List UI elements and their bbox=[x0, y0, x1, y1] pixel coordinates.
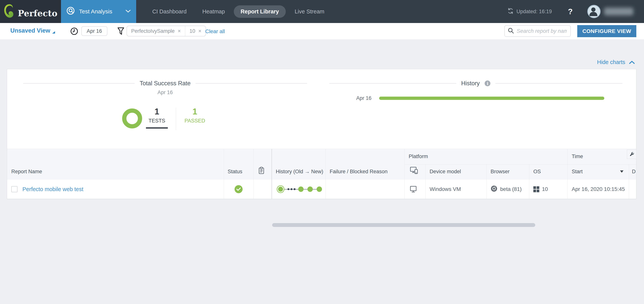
success-rate-date: Apr 16 bbox=[23, 89, 307, 95]
metric-divider bbox=[176, 107, 176, 130]
date-filter-chip[interactable]: Apr 16 bbox=[81, 26, 108, 36]
browser-version: beta (81) bbox=[500, 186, 522, 192]
history-dot-passed[interactable] bbox=[317, 187, 322, 192]
history-bar-label: Apr 16 bbox=[329, 95, 379, 101]
os-version: 10 bbox=[542, 186, 548, 192]
filter-chip-label: 10 bbox=[190, 28, 195, 34]
table-row[interactable]: Perfecto mobile web test bbox=[7, 180, 636, 199]
passed-metric[interactable]: 1 PASSED bbox=[182, 107, 207, 124]
remove-filter-icon[interactable]: × bbox=[178, 28, 181, 34]
clock-icon bbox=[70, 27, 78, 36]
history-dot-current[interactable] bbox=[278, 187, 283, 192]
filter-chip-group: PerfectoIvySample × 10 × bbox=[126, 26, 206, 36]
history-header: History i bbox=[329, 80, 622, 87]
tests-metric[interactable]: 1 TESTS bbox=[144, 107, 169, 129]
clear-all-link[interactable]: Clear all bbox=[205, 28, 225, 34]
view-caret-icon bbox=[52, 31, 55, 33]
tests-active-underline bbox=[146, 127, 168, 129]
windows-icon bbox=[533, 186, 539, 192]
device-model-cell: Windows VM bbox=[430, 180, 461, 199]
desktop-icon bbox=[410, 180, 417, 199]
col-report-name[interactable]: Report Name bbox=[11, 169, 42, 175]
col-os[interactable]: OS bbox=[533, 169, 541, 175]
search-icon bbox=[508, 27, 514, 34]
info-icon[interactable]: i bbox=[485, 80, 490, 86]
menu-label: Test Analysis bbox=[79, 8, 112, 15]
view-name: Unsaved View bbox=[10, 27, 50, 34]
row-checkbox[interactable] bbox=[11, 186, 18, 192]
search-input[interactable] bbox=[516, 28, 567, 34]
success-rate-header: Total Success Rate bbox=[23, 80, 307, 87]
nav-tabs: CI Dashboard Heatmap Report Library Live… bbox=[145, 0, 331, 23]
col-start[interactable]: Start bbox=[572, 169, 583, 175]
col-device-model[interactable]: Device model bbox=[430, 169, 461, 175]
view-toolbar: Unsaved View Apr 16 PerfectoIvySample × … bbox=[0, 23, 644, 40]
remove-filter-icon[interactable]: × bbox=[198, 28, 201, 34]
brand-name: Perfecto bbox=[18, 8, 57, 18]
tests-value: 1 bbox=[144, 107, 169, 116]
col-status[interactable]: Status bbox=[228, 169, 242, 175]
device-type-icon[interactable] bbox=[410, 166, 419, 176]
success-donut-chart bbox=[122, 108, 142, 128]
report-library-screen: Perfecto Test Analysis CI Dashboard Heat… bbox=[0, 0, 644, 304]
start-time-cell: Apr 16, 2020 10:15:45 bbox=[572, 180, 625, 199]
perfecto-logo[interactable]: Perfecto bbox=[0, 0, 61, 23]
passed-label: PASSED bbox=[182, 118, 207, 124]
top-navbar: Perfecto Test Analysis CI Dashboard Heat… bbox=[0, 0, 644, 23]
clipboard-icon[interactable] bbox=[258, 167, 264, 176]
tab-heatmap[interactable]: Heatmap bbox=[196, 5, 232, 18]
perfecto-logo-icon bbox=[4, 4, 16, 19]
filter-chip[interactable]: PerfectoIvySample × bbox=[127, 26, 185, 36]
test-analysis-menu[interactable]: Test Analysis bbox=[61, 0, 136, 23]
search-box bbox=[504, 25, 571, 37]
browser-cell: beta (81) bbox=[490, 180, 522, 199]
history-dot-passed[interactable] bbox=[308, 187, 313, 192]
view-selector[interactable]: Unsaved View bbox=[10, 27, 55, 34]
tests-label: TESTS bbox=[144, 118, 169, 124]
report-name-link[interactable]: Perfecto mobile web test bbox=[22, 180, 84, 199]
history-bar[interactable] bbox=[379, 97, 604, 100]
col-browser[interactable]: Browser bbox=[490, 169, 510, 175]
refresh-icon bbox=[507, 8, 514, 15]
filter-chip[interactable]: 10 × bbox=[185, 26, 206, 36]
sort-desc-icon[interactable] bbox=[620, 170, 624, 173]
col-history[interactable]: History (Old → New) bbox=[276, 169, 323, 175]
updated-text: Updated: 16:19 bbox=[516, 9, 552, 14]
passed-value: 1 bbox=[182, 107, 207, 116]
chevron-down-icon bbox=[126, 9, 131, 13]
col-failure-reason[interactable]: Failure / Blocked Reason bbox=[330, 169, 388, 175]
username-blurred[interactable] bbox=[604, 8, 633, 15]
configure-view-button[interactable]: CONFIGURE VIEW bbox=[577, 25, 636, 37]
group-header-time: Time bbox=[572, 154, 583, 159]
history-dot-ellipsis bbox=[290, 188, 292, 190]
chevron-up-icon bbox=[629, 59, 635, 65]
history-dot-ellipsis bbox=[288, 188, 290, 190]
updated-status[interactable]: Updated: 16:19 bbox=[507, 8, 552, 15]
date-filter-label: Apr 16 bbox=[87, 28, 102, 34]
status-passed-icon[interactable] bbox=[234, 185, 242, 193]
avatar[interactable] bbox=[587, 5, 601, 18]
report-card: Total Success Rate Apr 16 1 TESTS 1 PASS… bbox=[7, 69, 636, 199]
horizontal-scrollbar[interactable] bbox=[272, 223, 535, 227]
group-header-platform: Platform bbox=[409, 154, 428, 159]
col-duration-truncated[interactable]: D bbox=[632, 169, 636, 175]
table-header: Platform Time Report Name Status History… bbox=[7, 149, 636, 180]
report-table: Platform Time Report Name Status History… bbox=[7, 149, 636, 199]
chrome-beta-icon bbox=[490, 185, 498, 193]
filter-icon bbox=[117, 27, 124, 36]
hide-charts-toggle[interactable]: Hide charts bbox=[597, 59, 635, 65]
history-title: History bbox=[461, 80, 480, 87]
help-button[interactable]: ? bbox=[568, 7, 573, 16]
navbar-right: Updated: 16:19 ? bbox=[507, 0, 644, 23]
charts-panel: Total Success Rate Apr 16 1 TESTS 1 PASS… bbox=[7, 69, 636, 149]
column-settings-button[interactable] bbox=[627, 150, 636, 159]
history-dot-ellipsis bbox=[294, 188, 296, 190]
history-dot-passed[interactable] bbox=[298, 187, 304, 192]
filter-chip-label: PerfectoIvySample bbox=[131, 28, 175, 34]
history-dots[interactable] bbox=[277, 185, 325, 193]
hide-charts-label: Hide charts bbox=[597, 59, 625, 65]
tab-report-library[interactable]: Report Library bbox=[234, 5, 286, 18]
tab-ci-dashboard[interactable]: CI Dashboard bbox=[145, 5, 194, 18]
history-bar-row: Apr 16 bbox=[329, 95, 604, 101]
tab-live-stream[interactable]: Live Stream bbox=[288, 5, 331, 18]
